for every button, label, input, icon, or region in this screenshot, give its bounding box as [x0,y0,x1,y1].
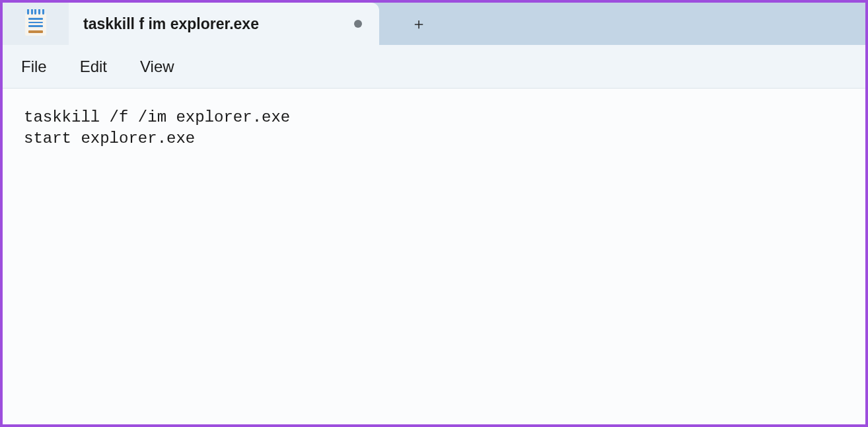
app-icon-area [3,3,69,45]
new-tab-area: ＋ [379,3,432,45]
menu-edit[interactable]: Edit [80,58,107,76]
tab-title: taskkill f im explorer.exe [83,15,341,33]
plus-icon: ＋ [411,16,427,32]
menu-view[interactable]: View [140,58,174,76]
menubar: File Edit View [3,45,865,89]
new-tab-button[interactable]: ＋ [406,11,432,37]
editor-content[interactable]: taskkill /f /im explorer.exe start explo… [24,107,844,150]
menu-file[interactable]: File [21,58,47,76]
titlebar: taskkill f im explorer.exe ＋ [3,3,865,45]
editor-area[interactable]: taskkill /f /im explorer.exe start explo… [3,89,865,424]
document-tab[interactable]: taskkill f im explorer.exe [69,3,379,45]
unsaved-indicator-icon[interactable] [354,20,362,28]
notepad-icon [25,12,46,36]
